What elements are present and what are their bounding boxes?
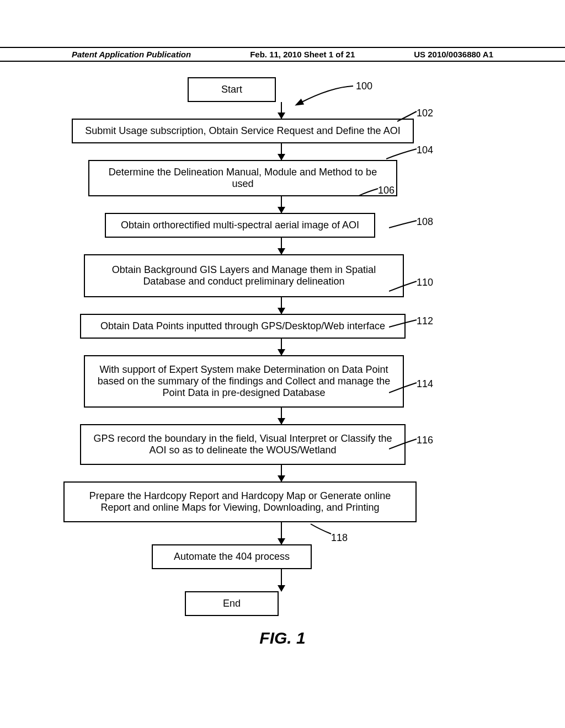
box-116: Prepare the Hardcopy Report and Hardcopy… xyxy=(63,481,417,522)
lead-106 xyxy=(359,188,381,199)
connector xyxy=(281,569,282,591)
connector xyxy=(281,196,282,213)
lead-118 xyxy=(309,523,334,537)
lead-116 xyxy=(389,438,419,452)
box-102: Submit Usage subscription, Obtain Servic… xyxy=(72,119,414,143)
box-110: Obtain Data Points inputted through GPS/… xyxy=(80,314,406,339)
lead-110 xyxy=(389,280,419,294)
connector xyxy=(281,522,282,544)
header-left: Patent Application Publication xyxy=(72,50,191,59)
lead-104 xyxy=(386,148,419,162)
connector xyxy=(281,238,282,254)
box-118: Automate the 404 process xyxy=(152,544,312,569)
box-112: With support of Expert System make Deter… xyxy=(84,355,404,408)
connector xyxy=(281,339,282,355)
lead-114 xyxy=(389,382,419,395)
header-right: US 2010/0036880 A1 xyxy=(414,50,493,59)
page-header: Patent Application Publication Feb. 11, … xyxy=(0,47,565,62)
flowchart: 100 102 104 106 108 110 112 114 116 118 … xyxy=(72,77,491,616)
box-114: GPS record the boundary in the field, Vi… xyxy=(80,424,406,465)
box-106: Obtain orthorectified multi-spectral aer… xyxy=(105,213,375,238)
figure-label: FIG. 1 xyxy=(0,629,565,647)
box-108: Obtain Background GIS Layers and Manage … xyxy=(84,254,404,297)
box-end: End xyxy=(185,591,279,616)
box-start: Start xyxy=(188,77,276,102)
lead-100 xyxy=(292,82,359,109)
lead-102 xyxy=(397,110,425,124)
connector xyxy=(281,465,282,481)
connector xyxy=(281,408,282,424)
connector xyxy=(281,297,282,314)
lead-108 xyxy=(389,220,419,231)
connector xyxy=(281,143,282,160)
header-center: Feb. 11, 2010 Sheet 1 of 21 xyxy=(250,50,355,59)
lead-112 xyxy=(389,319,419,330)
connector xyxy=(281,102,282,119)
box-104: Determine the Delineation Manual, Module… xyxy=(88,160,397,196)
